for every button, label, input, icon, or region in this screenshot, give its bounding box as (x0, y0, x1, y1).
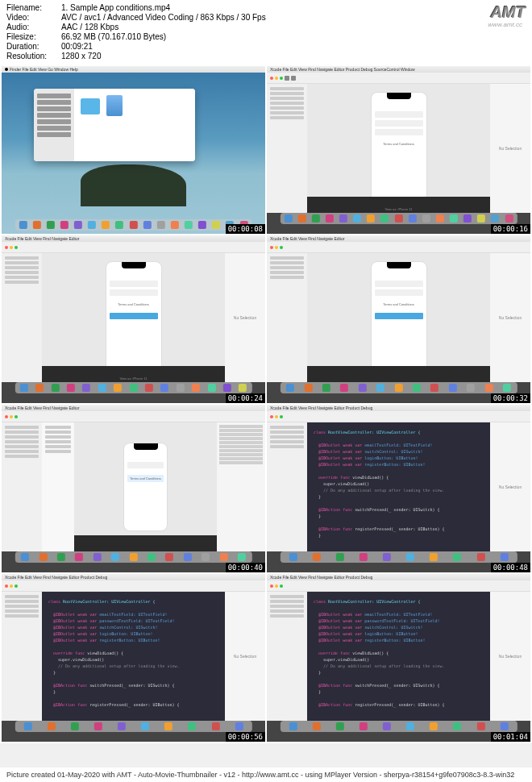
xcode-inspector: No Selection (490, 592, 530, 721)
thumbnail: Xcode File Edit View Find Navigate Edito… (2, 574, 265, 742)
iphone-preview: Terms and Conditions (371, 92, 427, 205)
filename-value: 1. Sample App conditions.mp4 (61, 3, 170, 12)
xcode-toolbar (2, 242, 265, 253)
duration-label: Duration: (6, 42, 61, 51)
footer-credit: Picture created 01-May-2020 with AMT - A… (0, 767, 532, 782)
thumbnail: Finder File Edit View Go Window Help 00:… (2, 66, 265, 234)
xcode-toolbar (267, 73, 530, 84)
mac-menubar: Xcode File Edit View Find Navigate Edito… (267, 405, 530, 411)
mac-menubar: Xcode File Edit View Find Navigate Edito… (2, 574, 265, 580)
interface-builder: Terms and Conditions (74, 422, 217, 551)
file-icon (106, 95, 123, 116)
xcode-toolbar (2, 580, 265, 592)
thumbnail: Xcode File Edit View Find Navigate Edito… (2, 405, 265, 572)
notch (387, 93, 411, 99)
mac-dock (15, 219, 251, 231)
xcode-inspector: No Selection (490, 253, 530, 382)
xcode-inspector: No Selection (490, 84, 530, 213)
mac-dock (280, 213, 517, 224)
duration-value: 00:09:21 (61, 42, 93, 51)
timestamp-badge: 00:01:04 (491, 732, 530, 742)
xcode-navigator (267, 592, 307, 721)
amt-logo: AMT (491, 3, 526, 22)
interface-builder: Terms and Conditions (307, 253, 490, 382)
thumbnail: Xcode File Edit View Find Navigate Edito… (267, 405, 530, 572)
xcode-inspector: No Selection (490, 422, 530, 551)
timestamp-badge: 00:00:48 (491, 563, 530, 572)
code-editor: class RootViewController: UIViewControll… (42, 592, 225, 721)
document-outline (42, 422, 74, 551)
mac-dock (15, 382, 251, 393)
iphone-preview: Terms and Conditions (106, 261, 162, 374)
resolution-label: Resolution: (6, 52, 61, 60)
interface-builder: Terms and Conditions View as: iPhone 11 (307, 84, 490, 213)
metadata-header: Filename:1. Sample App conditions.mp4 Vi… (0, 0, 532, 64)
xcode-navigator (267, 84, 307, 213)
mac-menubar: Xcode File Edit View Find Navigate Edito… (267, 574, 530, 580)
mac-dock (280, 721, 517, 732)
mac-dock (280, 551, 517, 563)
interface-builder: Terms and Conditions View as: iPhone 11 (42, 253, 225, 382)
filename-label: Filename: (6, 3, 61, 12)
mac-dock (280, 382, 517, 393)
xcode-inspector: No Selection (225, 592, 265, 721)
desktop-wallpaper (2, 73, 265, 234)
xcode-navigator (2, 253, 42, 382)
audio-value: AAC / 128 Kbps (61, 23, 118, 31)
iphone-preview: Terms and Conditions (371, 261, 427, 374)
mac-menubar: Xcode File Edit View Find Navigate Edito… (267, 66, 530, 73)
mac-dock (15, 551, 251, 563)
timestamp-badge: 00:00:16 (491, 224, 530, 234)
thumbnail-grid: Finder File Edit View Go Window Help 00:… (0, 64, 532, 743)
xcode-toolbar (267, 580, 530, 592)
filesize-label: Filesize: (6, 32, 61, 41)
thumbnail: Xcode File Edit View Find Navigate Edito… (267, 574, 530, 742)
xcode-inspector (217, 422, 265, 551)
thumbnail: Xcode File Edit View Find Navigate Edito… (2, 235, 265, 403)
code-editor: class RootViewController: UIViewControll… (307, 592, 490, 721)
timestamp-badge: 00:00:56 (226, 732, 265, 742)
timestamp-badge: 00:00:40 (226, 563, 265, 572)
thumbnail: Xcode File Edit View Find Navigate Edito… (267, 66, 530, 234)
xcode-inspector: No Selection (225, 253, 265, 382)
code-editor: class RootViewController: UIViewControll… (307, 422, 490, 551)
video-label: Video: (6, 13, 61, 22)
filesize-value: 66.92 MB (70.167.010 Bytes) (61, 32, 166, 41)
xcode-navigator (267, 422, 307, 551)
resolution-value: 1280 x 720 (61, 52, 102, 60)
xcode-toolbar (267, 242, 530, 253)
video-value: AVC / avc1 / Advanced Video Coding / 863… (61, 13, 266, 22)
thumbnail: Xcode File Edit View Find Navigate Edito… (267, 235, 530, 403)
mac-menubar: Xcode File Edit View Find Navigate Edito… (2, 405, 265, 411)
timestamp-badge: 00:00:32 (491, 393, 530, 403)
mac-menubar: Xcode File Edit View Find Navigate Edito… (2, 235, 265, 242)
mac-dock (15, 721, 251, 732)
iphone-preview: Terms and Conditions (123, 443, 168, 531)
mac-menubar: Xcode File Edit View Find Navigate Edito… (267, 235, 530, 242)
xcode-navigator (2, 422, 42, 551)
timestamp-badge: 00:00:24 (226, 393, 265, 403)
folder-icon (81, 98, 100, 114)
xcode-toolbar (2, 411, 265, 422)
audio-label: Audio: (6, 23, 61, 31)
mac-menubar: Finder File Edit View Go Window Help (2, 66, 265, 73)
amt-url: www.amt.cc (488, 21, 522, 28)
finder-window (34, 89, 195, 161)
xcode-navigator (2, 592, 42, 721)
xcode-navigator (267, 253, 307, 382)
timestamp-badge: 00:00:08 (226, 224, 265, 234)
xcode-toolbar (267, 411, 530, 422)
